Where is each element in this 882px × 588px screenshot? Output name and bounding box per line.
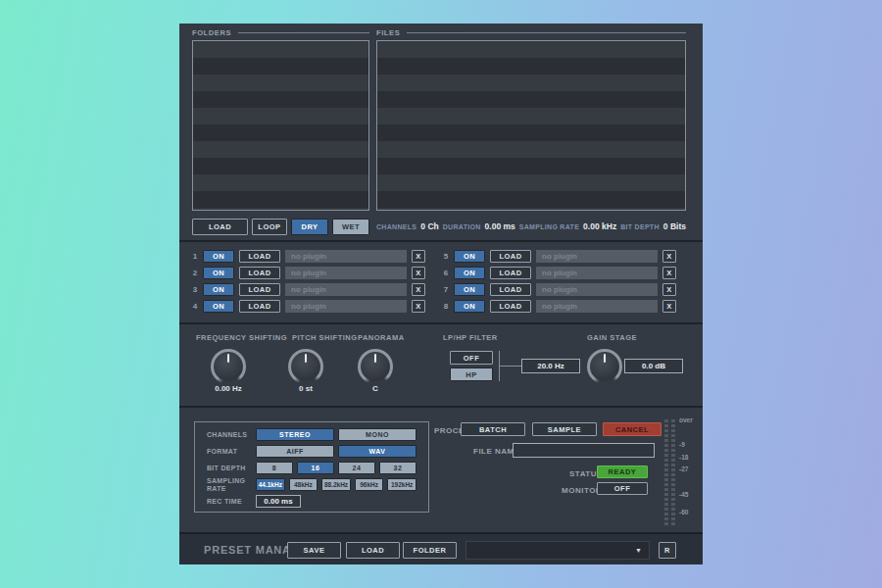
meter-scale-label: -27: [679, 466, 688, 472]
channels-mono-button[interactable]: MONO: [338, 428, 416, 441]
meter-scale-label: -18: [679, 454, 688, 461]
slot-remove-button[interactable]: X: [412, 300, 425, 313]
stat-duration: DURATION 0.00 ms: [443, 221, 515, 231]
panorama-value: C: [346, 384, 405, 393]
frequency-shifting-value: 0.00 Hz: [199, 384, 258, 393]
plugin-slot-2: 2 ON LOAD no plugin X: [192, 267, 425, 279]
filter-hp-button[interactable]: HP: [450, 368, 493, 381]
slot-load-button[interactable]: LOAD: [239, 267, 280, 279]
bit-depth-8-button[interactable]: 8: [256, 462, 293, 474]
meter-scale-label: -45: [679, 491, 688, 498]
stat-value: 0.00 ms: [485, 221, 515, 231]
preset-save-button[interactable]: SAVE: [287, 542, 341, 559]
folders-list[interactable]: [192, 40, 369, 211]
slot-plugin-name[interactable]: no plugin: [536, 250, 658, 263]
bit-depth-32-button[interactable]: 32: [379, 462, 416, 474]
sampling-rate-44-button[interactable]: 44.1kHz: [256, 478, 285, 491]
gain-value[interactable]: 0.0 dB: [624, 359, 683, 373]
slot-remove-button[interactable]: X: [662, 267, 676, 279]
slot-on-button[interactable]: ON: [454, 283, 485, 296]
slot-remove-button[interactable]: X: [412, 267, 425, 279]
filter-off-button[interactable]: OFF: [450, 351, 493, 365]
preset-dropdown[interactable]: ▼: [466, 541, 650, 560]
slot-remove-button[interactable]: X: [662, 250, 676, 263]
slot-load-button[interactable]: LOAD: [490, 283, 531, 296]
preset-folder-button[interactable]: FOLDER: [403, 542, 457, 559]
files-label: FILES: [376, 28, 400, 37]
file-name-input[interactable]: [513, 443, 655, 458]
pitch-shifting-value: 0 st: [276, 384, 335, 393]
bit-depth-16-button[interactable]: 16: [297, 462, 334, 474]
bit-depth-label: BIT DEPTH: [207, 465, 256, 472]
bit-depth-24-button[interactable]: 24: [338, 462, 375, 474]
slot-remove-button[interactable]: X: [412, 250, 425, 263]
divider: [179, 322, 703, 324]
panorama-knob[interactable]: [358, 349, 393, 384]
format-wav-button[interactable]: WAV: [338, 445, 416, 458]
rec-time-value: 0.00 ms: [256, 495, 301, 508]
slot-remove-button[interactable]: X: [662, 300, 676, 313]
batch-button[interactable]: BATCH: [461, 422, 525, 436]
slot-remove-button[interactable]: X: [662, 283, 676, 296]
channels-stereo-button[interactable]: STEREO: [256, 428, 334, 441]
slot-plugin-name[interactable]: no plugin: [285, 267, 407, 279]
filter-frequency-value[interactable]: 20.0 Hz: [521, 359, 580, 373]
sampling-rate-row: SAMPLING RATE 44.1kHz 48kHz 88.2kHz 96kH…: [207, 478, 416, 491]
stat-bit-depth: BIT DEPTH 0 Bits: [620, 221, 686, 231]
folders-header: FOLDERS: [192, 27, 369, 37]
gain-stage-knob[interactable]: [587, 349, 622, 384]
slot-plugin-name[interactable]: no plugin: [285, 300, 407, 313]
wet-button[interactable]: WET: [332, 219, 369, 235]
slot-remove-button[interactable]: X: [412, 283, 425, 296]
status-badge: READY: [597, 466, 648, 478]
files-header: FILES: [376, 27, 686, 37]
bit-depth-row: BIT DEPTH 8 16 24 32: [207, 462, 416, 474]
slot-on-button[interactable]: ON: [454, 250, 485, 263]
slot-on-button[interactable]: ON: [203, 250, 234, 263]
files-list[interactable]: [376, 40, 686, 211]
folder-load-button[interactable]: LOAD: [192, 219, 248, 235]
slot-on-button[interactable]: ON: [203, 300, 234, 313]
slot-on-button[interactable]: ON: [203, 283, 234, 296]
rec-time-label: REC TIME: [207, 498, 256, 506]
monitor-label: MONITOR: [562, 486, 602, 495]
filter-connector-hline: [500, 366, 521, 367]
monitor-toggle-button[interactable]: OFF: [597, 482, 648, 495]
slot-plugin-name[interactable]: no plugin: [285, 250, 407, 263]
pitch-shifting-knob[interactable]: [288, 349, 323, 384]
meter-scale-label: -9: [679, 441, 685, 448]
preset-load-button[interactable]: LOAD: [346, 542, 400, 559]
plugin-slot-8: 8 ON LOAD no plugin X: [443, 300, 676, 313]
slot-load-button[interactable]: LOAD: [239, 300, 280, 313]
slot-load-button[interactable]: LOAD: [490, 250, 531, 263]
slot-load-button[interactable]: LOAD: [490, 267, 531, 279]
slot-load-button[interactable]: LOAD: [239, 283, 280, 296]
slot-on-button[interactable]: ON: [454, 300, 485, 313]
plugin-slots: 1 ON LOAD no plugin X 2 ON LOAD no plugi…: [192, 250, 676, 313]
slot-plugin-name[interactable]: no plugin: [536, 300, 658, 313]
output-options-panel: CHANNELS STEREO MONO FORMAT AIFF WAV BIT…: [194, 421, 429, 513]
frequency-shifting-label: FREQUENCY SHIFTING: [196, 333, 287, 342]
slot-on-button[interactable]: ON: [454, 267, 485, 279]
cancel-button[interactable]: CANCEL: [603, 422, 662, 436]
slot-plugin-name[interactable]: no plugin: [536, 267, 658, 279]
frequency-shifting-knob[interactable]: [211, 349, 246, 384]
sampling-rate-192-button[interactable]: 192kHz: [387, 478, 416, 491]
loop-button[interactable]: LOOP: [252, 219, 287, 235]
sampling-rate-88-button[interactable]: 88.2kHz: [321, 478, 351, 491]
slot-load-button[interactable]: LOAD: [490, 300, 531, 313]
dry-button[interactable]: DRY: [291, 219, 328, 235]
slot-plugin-name[interactable]: no plugin: [536, 283, 658, 296]
sampling-rate-label: SAMPLING RATE: [207, 477, 256, 492]
sampling-rate-48-button[interactable]: 48kHz: [289, 478, 318, 491]
sampling-rate-96-button[interactable]: 96kHz: [355, 478, 384, 491]
slot-load-button[interactable]: LOAD: [239, 250, 280, 263]
preset-r-button[interactable]: R: [659, 542, 676, 559]
sample-button[interactable]: SAMPLE: [532, 422, 597, 436]
slot-plugin-name[interactable]: no plugin: [285, 283, 407, 296]
stat-value: 0.00 kHz: [583, 221, 616, 231]
slot-number: 5: [443, 252, 449, 261]
format-aiff-button[interactable]: AIFF: [256, 445, 334, 458]
slot-on-button[interactable]: ON: [203, 267, 234, 279]
stat-label: CHANNELS: [376, 223, 416, 230]
